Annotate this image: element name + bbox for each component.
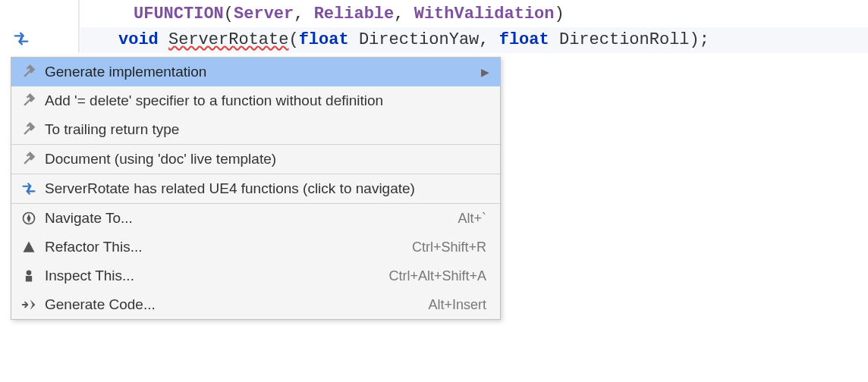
menu-item-navigate-to[interactable]: Navigate To... Alt+` <box>11 204 500 233</box>
code-area[interactable]: UFUNCTION(Server, Reliable, WithValidati… <box>80 0 868 53</box>
menu-shortcut: Alt+` <box>458 211 491 227</box>
menu-label: Navigate To... <box>45 210 458 227</box>
swap-icon[interactable] <box>13 30 30 47</box>
code-line-2: void ServerRotate(float DirectionYaw, fl… <box>80 27 868 53</box>
code-editor: UFUNCTION(Server, Reliable, WithValidati… <box>0 0 868 53</box>
menu-label: Inspect This... <box>45 268 388 284</box>
chevron-right-icon: ▶ <box>481 66 491 78</box>
menu-item-document[interactable]: Document (using 'doc' live template) <box>11 145 500 174</box>
menu-label: Generate Code... <box>45 296 428 313</box>
menu-item-add-delete-specifier[interactable]: Add '= delete' specifier to a function w… <box>11 86 500 115</box>
menu-label: Add '= delete' specifier to a function w… <box>45 92 491 109</box>
triangle-icon <box>20 239 37 255</box>
hammer-icon <box>20 64 37 80</box>
menu-item-related-ue4[interactable]: ServerRotate has related UE4 functions (… <box>11 174 500 203</box>
generate-icon <box>20 296 37 313</box>
svg-rect-2 <box>26 276 32 282</box>
menu-shortcut: Alt+Insert <box>428 297 491 313</box>
menu-label: Document (using 'doc' live template) <box>45 151 491 168</box>
menu-section-4: Navigate To... Alt+` Refactor This... Ct… <box>11 204 500 319</box>
hammer-icon <box>20 121 37 138</box>
menu-label: To trailing return type <box>45 121 491 138</box>
menu-item-inspect-this[interactable]: Inspect This... Ctrl+Alt+Shift+A <box>11 261 500 290</box>
compass-icon <box>20 210 37 227</box>
menu-shortcut: Ctrl+Shift+R <box>412 240 491 255</box>
code-line-1: UFUNCTION(Server, Reliable, WithValidati… <box>80 2 868 27</box>
gutter <box>0 0 80 53</box>
menu-section-3: ServerRotate has related UE4 functions (… <box>11 174 500 204</box>
menu-label: ServerRotate has related UE4 functions (… <box>45 180 491 197</box>
macro-name: UFUNCTION <box>134 5 224 23</box>
menu-item-trailing-return[interactable]: To trailing return type <box>11 115 500 144</box>
menu-section-2: Document (using 'doc' live template) <box>11 145 500 174</box>
swap-icon <box>20 180 37 197</box>
menu-section-1: Generate implementation ▶ Add '= delete'… <box>11 58 500 145</box>
menu-shortcut: Ctrl+Alt+Shift+A <box>388 268 491 284</box>
menu-label: Refactor This... <box>45 239 412 255</box>
function-name: ServerRotate <box>168 30 288 49</box>
menu-label: Generate implementation <box>45 64 481 80</box>
svg-point-1 <box>27 271 32 276</box>
hammer-icon <box>20 92 37 109</box>
menu-item-generate-code[interactable]: Generate Code... Alt+Insert <box>11 290 500 319</box>
context-menu: Generate implementation ▶ Add '= delete'… <box>11 57 501 320</box>
menu-item-generate-implementation[interactable]: Generate implementation ▶ <box>11 58 500 86</box>
inspect-icon <box>20 268 37 284</box>
hammer-icon <box>20 151 37 168</box>
menu-item-refactor-this[interactable]: Refactor This... Ctrl+Shift+R <box>11 233 500 261</box>
